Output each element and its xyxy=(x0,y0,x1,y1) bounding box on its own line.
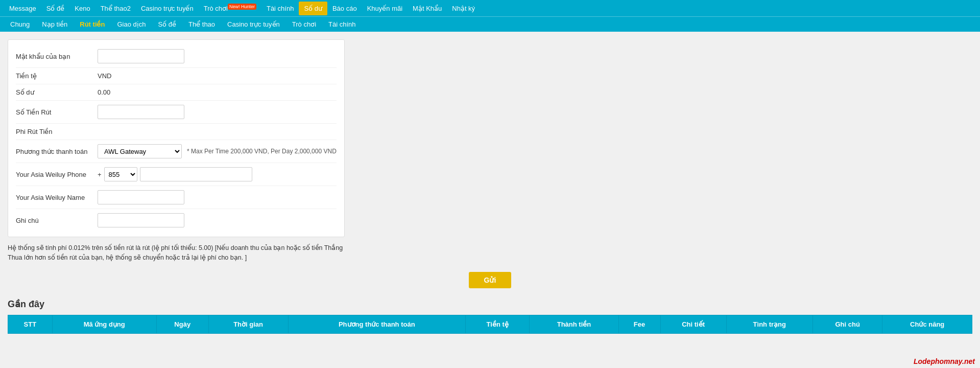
balance-row: Số dư 0.00 xyxy=(16,84,337,101)
nav-message[interactable]: Message xyxy=(4,2,41,15)
tro-choi-label: Trò chơi xyxy=(204,5,228,12)
fee-row: Phi Rút Tiền xyxy=(16,124,337,140)
phone-input-group: + 855 xyxy=(98,167,252,181)
phone-label: Your Asia Weiluy Phone xyxy=(16,171,98,178)
notice-text: Hệ thống sẽ tính phí 0.012% trên số tiền… xyxy=(8,243,345,263)
new-badge: New! Hunter xyxy=(228,4,256,10)
nav-casino[interactable]: Casino trực tuyến xyxy=(136,2,199,15)
nav-tai-chinh[interactable]: Tài chính xyxy=(261,2,299,15)
fee-label: Phi Rút Tiền xyxy=(16,128,98,135)
amount-row: Số Tiền Rút xyxy=(16,101,337,124)
nav-keno[interactable]: Keno xyxy=(69,2,95,15)
nav-mat-khau[interactable]: Mật Khẩu xyxy=(408,2,447,15)
currency-row: Tiền tệ VND xyxy=(16,68,337,84)
subnav-nap-tien[interactable]: Nạp tiền xyxy=(36,18,74,31)
col-ma-ung-dung: Mã ứng dụng xyxy=(52,315,156,333)
col-chuc-nang: Chức năng xyxy=(882,315,972,333)
nav-so-de[interactable]: Số đề xyxy=(41,2,70,15)
subnav-casino[interactable]: Casino trực tuyến xyxy=(221,18,286,31)
phone-row: Your Asia Weiluy Phone + 855 xyxy=(16,163,337,186)
phone-country-code-select[interactable]: 855 xyxy=(104,167,137,181)
col-chi-tiet: Chi tiết xyxy=(660,315,726,333)
nav-nhat-ky[interactable]: Nhật ký xyxy=(447,2,480,15)
col-tinh-trang: Tình trạng xyxy=(726,315,813,333)
subnav-tro-choi[interactable]: Trò chơi xyxy=(286,18,322,31)
col-stt: STT xyxy=(8,315,53,333)
nav-so-du[interactable]: Số dư xyxy=(299,2,327,15)
subnav-chung[interactable]: Chung xyxy=(4,18,36,31)
submit-area: Gửi xyxy=(8,272,972,288)
col-ngay: Ngày xyxy=(156,315,208,333)
phone-number-input[interactable] xyxy=(140,167,252,181)
col-thanh-tien: Thành tiền xyxy=(530,315,618,333)
subnav-rut-tien[interactable]: Rút tiền xyxy=(74,18,111,31)
subnav-so-de[interactable]: Số đề xyxy=(152,18,182,31)
currency-label: Tiền tệ xyxy=(16,72,98,80)
payment-method-label: Phương thức thanh toán xyxy=(16,148,98,155)
note-label: Ghi chú xyxy=(16,217,98,224)
payment-method-note: * Max Per Time 200,000 VND, Per Day 2,00… xyxy=(187,148,337,155)
top-navigation: Message Số đề Keno Thể thao2 Casino trực… xyxy=(0,0,980,16)
password-input[interactable] xyxy=(98,49,184,63)
nav-khuyen-mai[interactable]: Khuyến mãi xyxy=(362,2,408,15)
password-row: Mật khẩu của bạn xyxy=(16,45,337,68)
note-row: Ghi chú xyxy=(16,209,337,232)
phone-plus-sign: + xyxy=(98,171,102,178)
amount-label: Số Tiền Rút xyxy=(16,108,98,116)
table-header-row: STT Mã ứng dụng Ngày Thời gian Phương th… xyxy=(8,315,972,333)
withdrawal-form-card: Mật khẩu của bạn Tiền tệ VND Số dư 0.00 … xyxy=(8,39,345,237)
balance-value: 0.00 xyxy=(98,88,110,96)
name-row: Your Asia Weiluy Name xyxy=(16,186,337,209)
amount-input[interactable] xyxy=(98,105,184,119)
recent-section: Gần đây STT Mã ứng dụng Ngày Thời gian P… xyxy=(8,298,972,334)
col-thoi-gian: Thời gian xyxy=(208,315,288,333)
recent-table: STT Mã ứng dụng Ngày Thời gian Phương th… xyxy=(8,315,972,334)
password-label: Mật khẩu của bạn xyxy=(16,53,98,60)
col-tien-te: Tiền tệ xyxy=(465,315,529,333)
balance-label: Số dư xyxy=(16,88,98,96)
nav-tro-choi[interactable]: Trò chơiNew! Hunter xyxy=(199,1,261,15)
col-fee: Fee xyxy=(618,315,660,333)
payment-method-row: Phương thức thanh toán AWL Gateway * Max… xyxy=(16,140,337,163)
name-label: Your Asia Weiluy Name xyxy=(16,194,98,201)
note-input[interactable] xyxy=(98,213,184,227)
subnav-tai-chinh[interactable]: Tài chính xyxy=(322,18,362,31)
currency-value: VND xyxy=(98,72,111,80)
nav-the-thao2[interactable]: Thể thao2 xyxy=(95,2,136,15)
submit-button[interactable]: Gửi xyxy=(469,272,512,288)
subnav-the-thao[interactable]: Thể thao xyxy=(182,18,221,31)
col-payment-method: Phương thức thanh toán xyxy=(288,315,465,333)
recent-title: Gần đây xyxy=(8,298,972,310)
sub-navigation: Chung Nạp tiền Rút tiền Giao dịch Số đề … xyxy=(0,16,980,32)
payment-method-select[interactable]: AWL Gateway xyxy=(98,144,182,158)
col-ghi-chu: Ghi chú xyxy=(813,315,882,333)
subnav-giao-dich[interactable]: Giao dịch xyxy=(111,18,152,31)
name-input[interactable] xyxy=(98,190,184,204)
main-content: Mật khẩu của bạn Tiền tệ VND Số dư 0.00 … xyxy=(0,32,980,341)
nav-bao-cao[interactable]: Báo cáo xyxy=(327,2,362,15)
